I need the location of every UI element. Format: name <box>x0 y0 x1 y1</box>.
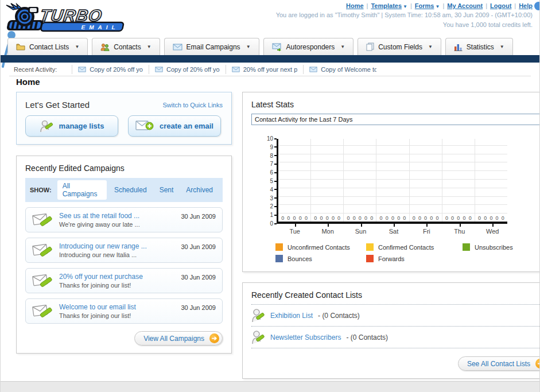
campaign-row[interactable]: 20% off your next purchase Thanks for jo… <box>25 268 223 293</box>
header-link-forms[interactable]: Forms▼ <box>415 2 440 9</box>
campaign-date: 30 Jun 2009 <box>181 213 216 220</box>
value-label: 0 <box>314 215 317 221</box>
contacts-icon <box>100 43 110 51</box>
value-label: 0 <box>287 215 290 221</box>
plot-area: 00000000000000000000000000000000000 <box>277 139 507 224</box>
bar-group: 00000 <box>442 139 475 222</box>
nav-tab-custom-fields[interactable]: Custom Fields▼ <box>358 38 441 55</box>
value-label: 0 <box>457 215 460 221</box>
campaign-title-link[interactable]: Introducing our new range ... <box>59 242 147 250</box>
legend-label: Forwards <box>378 255 405 262</box>
y-axis-tick: 0 <box>270 220 277 227</box>
y-axis-tick: 1 <box>270 212 277 218</box>
campaign-row[interactable]: See us at the retail food ... We're givi… <box>25 207 223 232</box>
view-all-campaigns-button[interactable]: View All Campaigns ➔ <box>134 331 223 346</box>
envelope-icon <box>78 67 86 72</box>
legend-label: Unsubscribes <box>475 244 513 251</box>
header-link-my-account[interactable]: My Account <box>447 2 483 9</box>
switch-to-quick-links[interactable]: Switch to Quick Links <box>162 102 223 108</box>
header-right: Home|Templates▼|Forms▼|My Account|Logout… <box>276 2 533 29</box>
help-bubble-icon[interactable] <box>534 2 540 10</box>
value-label: 0 <box>299 215 302 221</box>
envelope-pencil-icon <box>32 242 53 259</box>
main-navigation: Contact Lists▼ Contacts▼ Email Campaigns… <box>7 38 517 55</box>
contact-list-link[interactable]: Newsletter Subscribers <box>270 333 341 341</box>
x-axis-label: Fri <box>410 224 443 235</box>
x-axis-label: Sun <box>344 224 377 235</box>
turbo-email-logo: TURBO EMAIL <box>5 3 134 33</box>
campaign-date: 30 Jun 2009 <box>181 274 216 281</box>
latest-stats-panel: Latest Stats Contact Activity for the La… <box>242 92 540 272</box>
legend-label: Confirmed Contacts <box>378 244 434 251</box>
value-label: 0 <box>436 215 438 221</box>
bar-chart-icon <box>454 43 463 51</box>
nav-tab-contact-lists[interactable]: Contact Lists▼ <box>7 38 88 55</box>
x-axis-label: Thu <box>443 224 476 235</box>
campaigns-filter-tabbar: SHOW: All Campaigns Scheduled Sent Archi… <box>25 178 223 202</box>
person-pencil-icon <box>251 308 265 323</box>
legend-swatch <box>463 243 470 251</box>
legend-swatch <box>366 255 374 262</box>
value-label: 0 <box>469 215 472 221</box>
contact-list-link[interactable]: Exhibition List <box>270 312 313 320</box>
envelope-icon <box>232 67 240 72</box>
x-axis-label: Mon <box>311 224 344 235</box>
tab-scheduled[interactable]: Scheduled <box>109 184 152 196</box>
campaign-row[interactable]: Introducing our new range ... Introducin… <box>25 238 223 263</box>
nav-tab-email-campaigns[interactable]: Email Campaigns▼ <box>164 38 259 55</box>
value-label: 0 <box>430 215 433 221</box>
chevron-down-icon: ▼ <box>428 44 433 49</box>
y-axis-tick: 6 <box>270 169 277 176</box>
tab-sent[interactable]: Sent <box>154 184 179 196</box>
legend-item: Unsubscribes <box>463 243 540 251</box>
contact-list-row[interactable]: Newsletter Subscribers - (0 Contacts) <box>251 327 540 348</box>
campaign-title-link[interactable]: See us at the retail food ... <box>59 212 140 220</box>
create-an-email-button[interactable]: create an email <box>128 115 221 137</box>
value-label: 0 <box>386 215 389 221</box>
stats-report-select[interactable]: Contact Activity for the Last 7 Days ▼ <box>251 114 540 125</box>
bar-group: 00000 <box>278 139 311 222</box>
chevron-down-icon: ▼ <box>435 4 440 9</box>
header-link-templates[interactable]: Templates▼ <box>371 2 407 9</box>
value-label: 0 <box>463 215 465 221</box>
tab-all-campaigns[interactable]: All Campaigns <box>57 180 107 200</box>
value-label: 0 <box>364 215 367 221</box>
y-axis-tick: 3 <box>270 195 277 201</box>
nav-tab-autoresponders[interactable]: Autoresponders▼ <box>263 38 354 55</box>
campaign-title-link[interactable]: 20% off your next purchase <box>59 273 143 281</box>
value-label: 0 <box>293 215 296 221</box>
campaign-row[interactable]: Welcome to our email list Thanks for joi… <box>25 298 223 324</box>
manage-lists-button[interactable]: manage lists <box>25 115 118 137</box>
contact-list-row[interactable]: Exhibition List - (0 Contacts) <box>251 305 540 327</box>
y-axis-tick: 4 <box>270 187 277 193</box>
turbo-email-dashboard: TURBO EMAIL Home|Templates▼|Forms▼|My Ac… <box>0 0 540 392</box>
envelope-plus-icon <box>135 120 154 132</box>
see-all-contact-lists-button[interactable]: See All Contact Lists ➔ <box>458 356 540 371</box>
value-label: 0 <box>370 215 373 221</box>
login-status-text: You are logged in as "Timothy Smith" | S… <box>276 11 533 19</box>
recent-activity-item[interactable]: 20% off your next p <box>226 65 304 74</box>
value-label: 0 <box>451 215 454 221</box>
legend-label: Unconfirmed Contacts <box>288 244 350 251</box>
tab-archived[interactable]: Archived <box>181 184 218 196</box>
header-link-help[interactable]: Help <box>519 2 533 9</box>
recent-activity-item[interactable]: Copy of 20% off yo <box>72 65 149 74</box>
show-label: SHOW: <box>30 187 52 193</box>
nav-tab-statistics[interactable]: Statistics▼ <box>445 38 513 55</box>
y-axis: 109876543210 <box>259 139 277 224</box>
y-axis-tick: 2 <box>270 203 277 209</box>
campaign-subtitle: Thanks for joining our list! <box>59 282 143 289</box>
header-link-logout[interactable]: Logout <box>490 2 511 9</box>
arrow-right-icon: ➔ <box>209 333 219 343</box>
recent-activity-label: Recent Activity: <box>14 66 57 73</box>
contact-lists-title: Recently Created Contact Lists <box>251 290 540 305</box>
recent-activity-item[interactable]: Copy of 20% off yo <box>149 65 226 74</box>
header-link-home[interactable]: Home <box>346 2 364 9</box>
recently-edited-campaigns-panel: Recently Edited Campaigns SHOW: All Camp… <box>16 156 232 354</box>
nav-tab-contacts[interactable]: Contacts▼ <box>92 38 160 55</box>
svg-text:EMAIL: EMAIL <box>81 24 120 30</box>
campaign-title-link[interactable]: Welcome to our email list <box>59 303 136 311</box>
envelope-icon <box>155 67 163 72</box>
envelope-pencil-icon <box>32 272 53 289</box>
recent-activity-item[interactable]: Copy of Welcome to <box>303 65 382 74</box>
